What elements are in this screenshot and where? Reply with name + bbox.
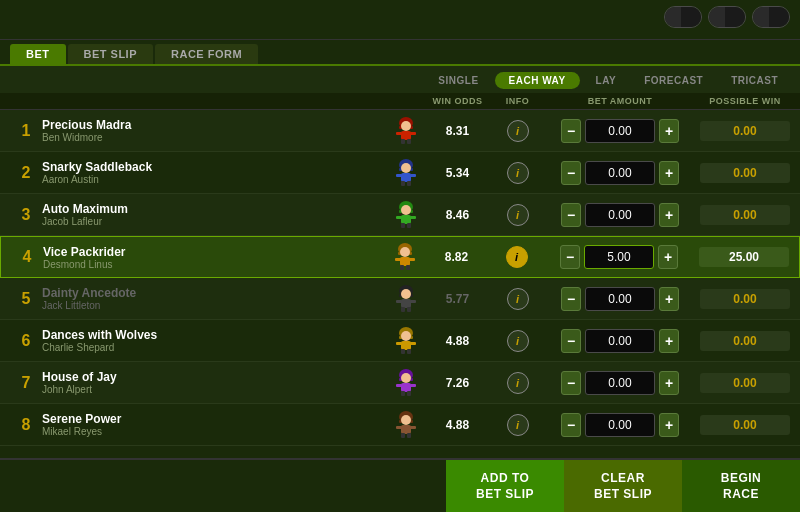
tab-tricast[interactable]: TRICAST [719,72,790,89]
bet-minus-button[interactable]: − [561,119,581,143]
bet-amount: − + [540,413,700,437]
jockey-icon [392,283,420,315]
bet-input[interactable] [585,287,655,311]
possible-win: 0.00 [700,205,790,225]
info-button[interactable]: i [507,204,529,226]
horse-col: Dainty Ancedote Jack Littleton [42,283,420,315]
bet-minus-button[interactable]: − [561,413,581,437]
th-possible-win: POSSIBLE WIN [700,96,790,106]
bet-plus-button[interactable]: + [659,413,679,437]
th-info: INFO [495,96,540,106]
horse-name: Dances with Wolves [42,328,157,342]
bet-plus-button[interactable]: + [659,161,679,185]
svg-rect-14 [401,181,405,186]
horse-col: Vice Packrider Desmond Linus [43,241,419,273]
info-button[interactable]: i [506,246,528,268]
jockey-icon [392,115,420,147]
info-button[interactable]: i [507,288,529,310]
tab-single[interactable]: SINGLE [426,72,490,89]
svg-rect-43 [401,341,411,350]
info-button[interactable]: i [507,162,529,184]
bet-minus-button[interactable]: − [561,161,581,185]
balance-pill [664,6,702,28]
bet-input[interactable] [585,371,655,395]
horse-name: Auto Maximum [42,202,128,216]
th-bet-amount: BET AMOUNT [540,96,700,106]
horse-name: Precious Madra [42,118,131,132]
table-row: 5 Dainty Ancedote Jack Littleton 5.77 i … [0,278,800,320]
stake-pill [708,6,746,28]
bet-plus-button[interactable]: + [658,245,678,269]
svg-rect-6 [401,139,405,144]
bet-minus-button[interactable]: − [561,203,581,227]
svg-rect-62 [401,433,405,438]
svg-rect-30 [400,265,404,270]
possible-win: 0.00 [700,121,790,141]
bet-input[interactable] [585,119,655,143]
bet-input[interactable] [585,161,655,185]
bet-input[interactable] [584,245,654,269]
svg-rect-46 [401,349,405,354]
possible-win: 0.00 [700,331,790,351]
bet-plus-button[interactable]: + [659,287,679,311]
row-number: 6 [10,332,42,350]
info-button[interactable]: i [507,120,529,142]
svg-rect-44 [396,342,402,345]
bet-plus-button[interactable]: + [659,119,679,143]
svg-point-18 [401,205,411,215]
table-row: 3 Auto Maximum Jacob Lafleur 8.46 i − [0,194,800,236]
bet-plus-button[interactable]: + [659,203,679,227]
svg-rect-12 [396,174,402,177]
tab-race-form[interactable]: RACE FORM [155,44,258,64]
tab-forecast[interactable]: FORECAST [632,72,715,89]
tab-bet[interactable]: BET [10,44,66,64]
clear-bet-slip-button[interactable]: CLEARBET SLIP [564,460,682,512]
bet-amount: − + [539,245,699,269]
svg-rect-39 [407,307,411,312]
tab-bet-slip[interactable]: BET SLIP [68,44,154,64]
svg-rect-36 [396,300,402,303]
bet-plus-button[interactable]: + [659,329,679,353]
svg-rect-35 [401,299,411,308]
jockey-icon [392,157,420,189]
info-button[interactable]: i [507,372,529,394]
svg-rect-38 [401,307,405,312]
bet-input[interactable] [585,203,655,227]
svg-rect-52 [396,384,402,387]
info-button[interactable]: i [507,414,529,436]
tab-each-way[interactable]: EACH WAY [495,72,580,89]
row-number: 3 [10,206,42,224]
row-number: 2 [10,164,42,182]
bet-minus-button[interactable]: − [561,287,581,311]
horse-col: Precious Madra Ben Widmore [42,115,420,147]
jockey-name: Charlie Shepard [42,342,157,353]
horse-info: Dances with Wolves Charlie Shepard [42,328,157,353]
svg-rect-15 [407,181,411,186]
table-header: WIN ODDS INFO BET AMOUNT POSSIBLE WIN [0,93,800,110]
tab-lay[interactable]: LAY [584,72,629,89]
svg-rect-55 [407,391,411,396]
bet-minus-button[interactable]: − [561,371,581,395]
bet-plus-button[interactable]: + [659,371,679,395]
svg-rect-5 [410,132,416,135]
bet-minus-button[interactable]: − [561,329,581,353]
th-num [10,96,42,106]
possible-win: 25.00 [699,247,789,267]
add-to-bet-slip-button[interactable]: ADD TOBET SLIP [446,460,564,512]
svg-point-2 [401,121,411,131]
svg-rect-19 [401,215,411,224]
begin-race-button[interactable]: BEGINRACE [682,460,800,512]
row-number: 5 [10,290,42,308]
info-button[interactable]: i [507,330,529,352]
horse-name: Dainty Ancedote [42,286,136,300]
svg-rect-45 [410,342,416,345]
svg-rect-47 [407,349,411,354]
bet-input[interactable] [585,413,655,437]
win-odds: 4.88 [420,418,495,432]
horse-info: Precious Madra Ben Widmore [42,118,131,143]
bet-input[interactable] [585,329,655,353]
bet-minus-button[interactable]: − [560,245,580,269]
svg-point-10 [401,163,411,173]
jockey-name: John Alpert [42,384,117,395]
horse-name: Vice Packrider [43,245,126,259]
